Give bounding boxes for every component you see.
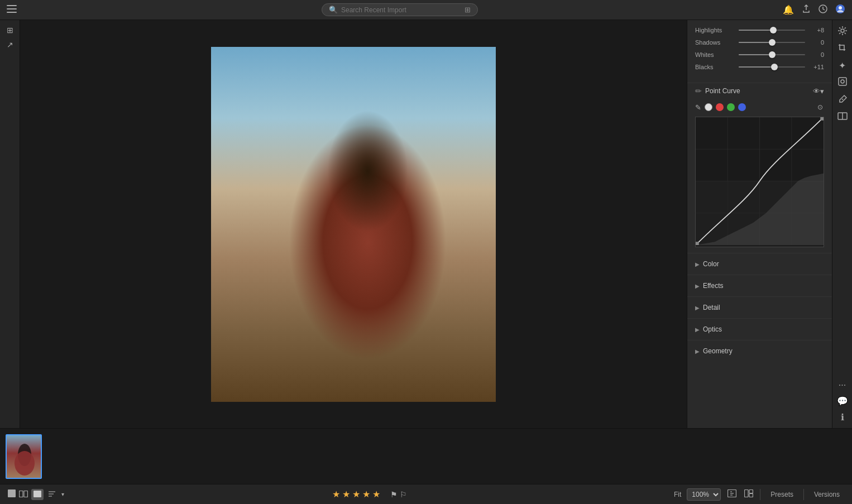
- heal-tool[interactable]: ✦: [837, 59, 847, 72]
- star-3[interactable]: ★: [352, 489, 360, 500]
- sliders-section: Highlights +8 Shadows 0 Whites: [687, 20, 832, 83]
- svg-point-9: [379, 86, 434, 108]
- whites-track[interactable]: [739, 54, 805, 55]
- mask-tool[interactable]: [836, 75, 849, 90]
- zoom-select[interactable]: 100% 50% 200% Fit Fill: [687, 488, 721, 501]
- geometry-chevron: ▶: [695, 348, 700, 354]
- search-bar[interactable]: 🔍 ⊞: [322, 3, 478, 16]
- optics-header[interactable]: ▶ Optics: [687, 319, 832, 340]
- shadows-value: 0: [808, 39, 824, 46]
- eyedropper-tool[interactable]: [836, 93, 849, 108]
- shadows-track[interactable]: [739, 42, 805, 43]
- topbar: 🔍 ⊞ 🔔: [0, 0, 852, 20]
- svg-rect-0: [7, 5, 17, 6]
- svg-rect-43: [20, 491, 23, 497]
- color-chevron: ▶: [695, 261, 700, 267]
- main-area: ⊞ ↗: [0, 20, 852, 428]
- presets-button[interactable]: Presets: [766, 489, 798, 500]
- sort-button[interactable]: [47, 488, 57, 501]
- svg-rect-53: [745, 489, 749, 497]
- filmstrip: [0, 428, 852, 484]
- right-panel: Highlights +8 Shadows 0 Whites: [687, 20, 832, 428]
- svg-rect-33: [820, 117, 824, 121]
- channel-red[interactable]: [716, 103, 724, 111]
- pen-icon: ✏: [695, 87, 702, 95]
- svg-point-36: [841, 80, 844, 83]
- effects-section[interactable]: ▶ Effects: [687, 275, 832, 296]
- optics-section[interactable]: ▶ Optics: [687, 318, 832, 340]
- layout-button[interactable]: [743, 488, 754, 501]
- svg-point-20: [379, 136, 406, 181]
- expand-button[interactable]: ▾: [820, 87, 824, 95]
- sidebar-toggle-button[interactable]: [6, 4, 18, 16]
- point-curve-header[interactable]: ✏ Point Curve 👁 ▾: [687, 83, 832, 99]
- comment-tool[interactable]: 💬: [836, 395, 849, 407]
- grid-single-button[interactable]: [8, 489, 16, 499]
- color-header[interactable]: ▶ Color: [687, 253, 832, 275]
- notification-button[interactable]: 🔔: [782, 3, 795, 16]
- search-input[interactable]: [341, 6, 461, 14]
- reset-curve-button[interactable]: ⊙: [816, 102, 824, 112]
- svg-point-16: [339, 186, 412, 287]
- activity-button[interactable]: [817, 3, 829, 17]
- blacks-track[interactable]: [739, 66, 805, 68]
- svg-point-8: [328, 72, 395, 100]
- highlights-track[interactable]: [739, 30, 805, 31]
- versions-button[interactable]: Versions: [810, 489, 844, 500]
- detail-header[interactable]: ▶ Detail: [687, 297, 832, 318]
- svg-rect-45: [33, 491, 41, 497]
- single-view-button[interactable]: [31, 489, 44, 500]
- svg-point-14: [323, 220, 429, 365]
- geometry-title: Geometry: [703, 347, 733, 355]
- geometry-header[interactable]: ▶ Geometry: [687, 340, 832, 362]
- bottom-area: ▾ ★ ★ ★ ★ ★ ⚑ ⚐ Fit 100% 50% 200% Fit Fi…: [0, 428, 852, 504]
- star-4[interactable]: ★: [362, 489, 370, 500]
- fit-label: Fit: [674, 491, 681, 498]
- info-tool[interactable]: ℹ: [840, 411, 845, 424]
- crop-tool[interactable]: [836, 42, 849, 56]
- svg-point-10: [423, 79, 468, 99]
- adjust-tool[interactable]: [836, 25, 849, 39]
- effects-header[interactable]: ▶ Effects: [687, 275, 832, 296]
- color-section[interactable]: ▶ Color: [687, 253, 832, 275]
- svg-rect-2: [7, 12, 17, 13]
- svg-rect-55: [749, 493, 753, 497]
- topbar-right: 🔔: [782, 3, 846, 17]
- topbar-center: 🔍 ⊞: [22, 3, 777, 16]
- statusbar-right: Fit 100% 50% 200% Fit Fill: [674, 488, 844, 501]
- shadows-row: Shadows 0: [695, 39, 824, 46]
- channel-blue[interactable]: [738, 103, 746, 111]
- curve-pen-button[interactable]: ✎: [695, 103, 701, 112]
- optics-title: Optics: [703, 325, 722, 333]
- flag-pick[interactable]: ⚑: [390, 489, 398, 500]
- star-1[interactable]: ★: [332, 489, 340, 500]
- svg-rect-44: [24, 491, 28, 497]
- filmstrip-thumb-1[interactable]: [6, 434, 42, 479]
- flag-reject[interactable]: ⚐: [400, 489, 407, 500]
- grid-two-button[interactable]: [19, 490, 28, 499]
- profile-button[interactable]: [834, 3, 846, 17]
- curve-svg: [696, 117, 824, 245]
- share-button[interactable]: [801, 3, 812, 17]
- info-button[interactable]: [726, 488, 738, 500]
- whites-value: 0: [808, 51, 824, 58]
- svg-rect-17: [366, 195, 386, 223]
- star-2[interactable]: ★: [342, 489, 350, 500]
- svg-point-18: [345, 142, 406, 214]
- sort-chevron[interactable]: ▾: [60, 490, 65, 498]
- highlights-value: +8: [808, 27, 824, 33]
- nav-icon-2[interactable]: ↗: [6, 39, 15, 50]
- channel-row: ✎ ⊙: [695, 102, 824, 112]
- topbar-left: [6, 4, 18, 16]
- more-options[interactable]: ···: [837, 379, 847, 391]
- channel-white[interactable]: [705, 103, 712, 111]
- compare-tool[interactable]: [836, 111, 849, 123]
- curve-canvas[interactable]: [695, 117, 824, 247]
- eye-button[interactable]: 👁: [813, 87, 820, 95]
- whites-label: Whites: [695, 51, 735, 58]
- nav-icon-1[interactable]: ⊞: [6, 25, 15, 36]
- geometry-section[interactable]: ▶ Geometry: [687, 340, 832, 362]
- channel-green[interactable]: [727, 103, 735, 111]
- detail-section[interactable]: ▶ Detail: [687, 296, 832, 318]
- star-5[interactable]: ★: [372, 489, 380, 500]
